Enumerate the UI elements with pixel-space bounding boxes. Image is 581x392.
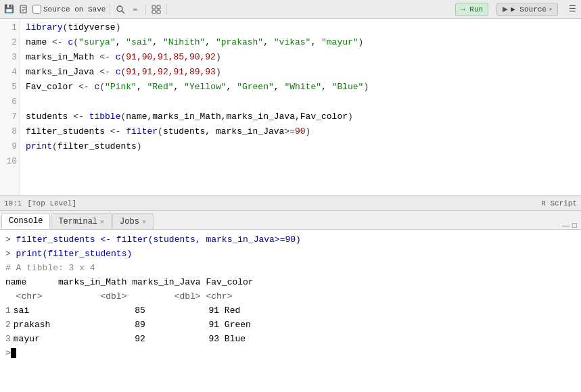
table-row-2: 2prakash 89 91 Green xyxy=(5,318,576,332)
toolbar-separator3 xyxy=(166,4,167,15)
tab-terminal[interactable]: Terminal ✕ xyxy=(51,213,112,229)
svg-marker-10 xyxy=(503,7,508,12)
svg-point-4 xyxy=(117,6,122,11)
tabs-right-controls: — □ xyxy=(562,221,581,229)
toolbar-separator xyxy=(110,4,110,15)
code-content[interactable]: library(tidyverse) name <- c("surya", "s… xyxy=(20,19,581,195)
script-type: R Script xyxy=(541,199,577,207)
minimize-button[interactable]: — xyxy=(562,221,570,229)
cursor xyxy=(11,348,16,358)
bottom-panel: Console Terminal ✕ Jobs ✕ — □ > filter_s… xyxy=(0,211,581,392)
svg-rect-6 xyxy=(152,5,156,9)
code-editor: 1 2 3 4 5 6 7 8 9 10 library(tidyverse) … xyxy=(0,19,581,196)
tab-console[interactable]: Console xyxy=(1,213,50,229)
console-prompt-1: > filter_students <- filter(students, ma… xyxy=(5,232,576,247)
svg-rect-7 xyxy=(157,5,160,9)
terminal-close-icon[interactable]: ✕ xyxy=(100,218,104,226)
svg-rect-8 xyxy=(152,10,156,14)
maximize-button[interactable]: □ xyxy=(572,221,577,229)
svg-rect-9 xyxy=(157,10,160,14)
source-button[interactable]: ▶ Source ▾ xyxy=(496,3,558,16)
new-doc-icon[interactable] xyxy=(18,3,30,16)
menu-icon[interactable]: ☰ xyxy=(566,3,578,16)
magic-icon[interactable] xyxy=(150,3,162,16)
console-cursor-line: > xyxy=(5,346,576,360)
console-output[interactable]: > filter_students <- filter(students, ma… xyxy=(0,230,581,392)
line-numbers: 1 2 3 4 5 6 7 8 9 10 xyxy=(0,19,20,195)
code-level: [Top Level] xyxy=(27,199,76,207)
status-bar: 10:1 [Top Level] R Script xyxy=(0,196,581,211)
search-icon[interactable] xyxy=(114,3,126,16)
tibble-col-headers: name marks_in_Math marks_in_Java Fav_col… xyxy=(5,275,576,289)
tibble-comment: # A tibble: 3 x 4 xyxy=(5,261,576,275)
jobs-close-icon[interactable]: ✕ xyxy=(142,218,146,226)
source-dropdown-icon[interactable]: ▾ xyxy=(549,5,553,14)
table-row-1: 1sai 85 91 Red xyxy=(5,303,576,318)
source-on-save-label[interactable]: Source on Save xyxy=(32,5,106,14)
svg-line-5 xyxy=(122,11,124,14)
source-on-save-checkbox[interactable] xyxy=(32,5,41,14)
tab-jobs[interactable]: Jobs ✕ xyxy=(112,213,154,229)
tabs-bar: Console Terminal ✕ Jobs ✕ — □ xyxy=(0,211,581,230)
cursor-position: 10:1 xyxy=(4,199,22,207)
tibble-col-types: <chr> <dbl> <dbl> <chr> xyxy=(5,289,576,303)
toolbar-separator2 xyxy=(145,4,146,15)
toolbar: 💾 Source on Save ✏ → Run ▶ Source ▾ ☰ xyxy=(0,0,581,19)
run-button[interactable]: → Run xyxy=(455,3,488,16)
console-prompt-2: > print(filter_students) xyxy=(5,247,576,261)
edit-icon[interactable]: ✏ xyxy=(129,3,141,16)
table-row-3: 3mayur 92 93 Blue xyxy=(5,332,576,346)
save-icon[interactable]: 💾 xyxy=(3,3,15,16)
